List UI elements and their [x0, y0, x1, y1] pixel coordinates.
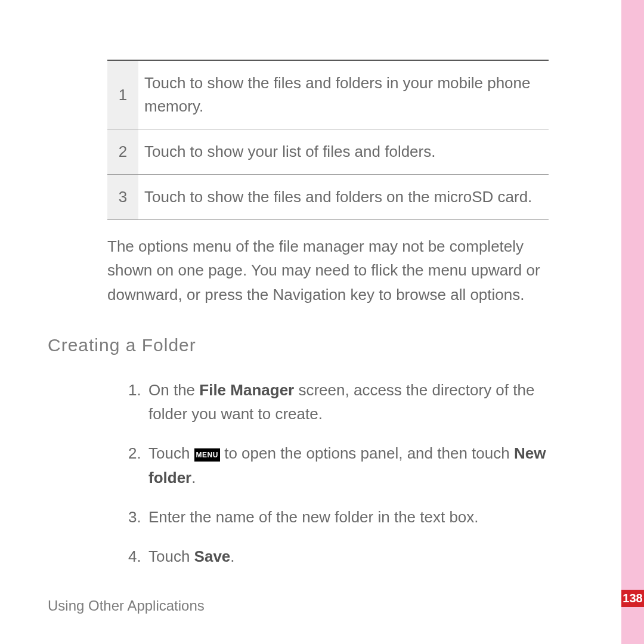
row-text: Touch to show your list of files and fol… — [138, 129, 549, 175]
step-item: Enter the name of the new folder in the … — [128, 505, 569, 529]
page-content: 1 Touch to show the files and folders in… — [0, 0, 608, 644]
step-item: On the File Manager screen, access the d… — [128, 378, 569, 426]
step-text: On the — [148, 381, 199, 399]
footer-section-label: Using Other Applications — [48, 597, 205, 614]
note-paragraph: The options menu of the file manager may… — [107, 234, 572, 306]
step-text: Enter the name of the new folder in the … — [148, 508, 479, 526]
row-number: 3 — [107, 175, 138, 220]
menu-key-icon: MENU — [194, 448, 220, 462]
side-accent-bar — [621, 0, 644, 644]
step-text: to open the options panel, and then touc… — [220, 444, 514, 462]
table-row: 3 Touch to show the files and folders on… — [107, 175, 549, 220]
page-number-badge: 138 — [621, 590, 644, 607]
row-number: 1 — [107, 60, 138, 129]
table-row: 1 Touch to show the files and folders in… — [107, 60, 549, 129]
bold-term: Save — [194, 547, 231, 565]
step-item: Touch Save. — [128, 544, 569, 568]
steps-list: On the File Manager screen, access the d… — [128, 378, 569, 569]
row-number: 2 — [107, 129, 138, 175]
reference-table: 1 Touch to show the files and folders in… — [107, 60, 549, 220]
row-text: Touch to show the files and folders on t… — [138, 175, 549, 220]
section-heading: Creating a Folder — [48, 335, 561, 355]
row-text: Touch to show the files and folders in y… — [138, 60, 549, 129]
step-item: Touch MENU to open the options panel, an… — [128, 441, 569, 490]
step-text: Touch — [148, 444, 194, 462]
step-text: . — [191, 469, 196, 487]
step-text: Touch — [148, 547, 194, 565]
table-row: 2 Touch to show your list of files and f… — [107, 129, 549, 175]
bold-term: File Manager — [199, 381, 294, 399]
step-text: . — [230, 547, 234, 565]
